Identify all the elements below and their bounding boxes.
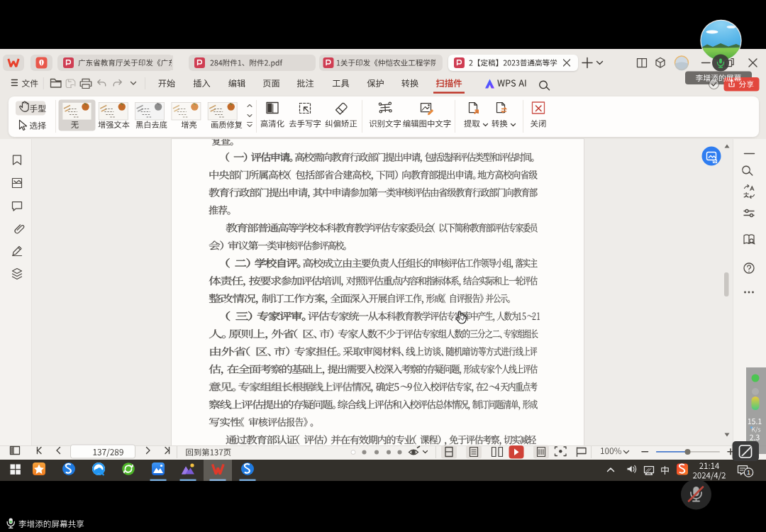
svg-text:1: 1 (747, 469, 750, 476)
